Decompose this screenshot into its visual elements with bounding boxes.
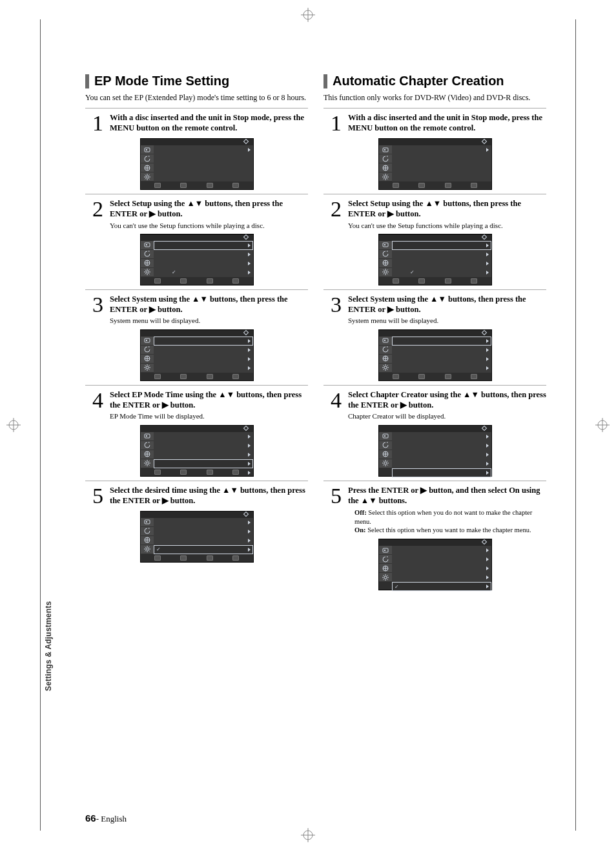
osd-disc-icon [141,518,154,527]
osd-foot-btn [180,278,187,284]
osd-footer [141,373,253,380]
osd-menu-area [154,145,253,181]
osd-icon-column [141,518,154,554]
osd-disc-icon [379,241,392,250]
osd-icon-column [379,241,392,277]
osd-foot-btn [207,183,213,188]
osd-globe-icon [379,163,392,172]
osd-disc-icon [141,337,154,346]
osd-screenshot: ✓ [378,234,492,285]
step-number: 5 [85,485,103,507]
right-column: Automatic Chapter CreationThis function … [323,74,546,594]
osd-foot-btn [154,374,161,379]
step-number: 1 [85,112,103,134]
rule [323,385,546,386]
step-note: You can't use the Setup functions while … [348,221,546,230]
osd-row [392,450,491,459]
step-number: 3 [323,294,342,316]
rule [85,385,308,386]
osd-footer [379,277,491,285]
step-note: System menu will be displayed. [110,316,308,325]
osd-row: ✓ [154,545,253,554]
step: 1With a disc inserted and the unit in St… [323,112,546,134]
osd-foot-btn [154,555,161,561]
osd-row [154,355,253,364]
osd-row [154,468,253,477]
svg-rect-41 [384,550,385,551]
osd-foot-btn [207,555,213,561]
osd-title-bar [379,539,491,546]
step: 2Select Setup using the ▲▼ buttons, then… [323,198,546,230]
osd-disc-icon [379,145,392,154]
osd-title-bar [141,234,253,241]
osd-screenshot [140,425,254,477]
osd-foot-btn [471,278,477,284]
osd-footer [379,373,491,380]
step-lead: Press the ENTER or ▶ button, and then se… [348,485,546,506]
osd-foot-btn [418,278,425,284]
svg-point-43 [384,576,387,579]
osd-row [392,564,491,573]
osd-row [154,250,253,259]
regmark-right [595,418,610,432]
osd-row [392,145,491,154]
osd-gear-icon [141,364,154,373]
osd-loop-icon [379,555,392,564]
step-options: Off: Select this option when you do not … [354,508,546,535]
svg-rect-21 [146,521,147,523]
osd-menu-area: ✓ [392,241,491,277]
osd-row [154,145,253,154]
osd-row [392,241,491,250]
osd-loop-icon [141,154,154,163]
osd-icon-column [379,145,392,181]
section-heading: Automatic Chapter Creation [323,74,546,88]
step-number: 1 [323,112,342,134]
osd-row [154,527,253,536]
osd-screenshot: ✓ [140,511,254,563]
osd-row [392,346,491,355]
osd-icon-column [141,241,154,277]
osd-row: ✓ [392,582,491,591]
section-intro: This function only works for DVD-RW (Vid… [323,92,546,103]
osd-row [392,364,491,373]
osd-row [392,468,491,477]
osd-row [392,459,491,468]
page-number: 66 [85,813,96,824]
osd-globe-icon [141,259,154,268]
step: 4Select EP Mode Time using the ▲▼ button… [85,389,308,421]
osd-loop-icon [379,346,392,355]
osd-disc-icon [141,145,154,154]
svg-point-19 [146,462,149,464]
osd-loop-icon [141,346,154,355]
osd-globe-icon [379,355,392,364]
rule [85,108,308,109]
osd-gear-icon [379,459,392,468]
svg-point-23 [146,548,149,550]
svg-rect-13 [146,340,147,341]
osd-menu-area [154,337,253,373]
osd-icon-column [141,337,154,373]
osd-title-bar [379,139,491,145]
step: 4Select Chapter Creator using the ▲▼ but… [323,389,546,421]
osd-row [392,432,491,441]
step-lead: Select EP Mode Time using the ▲▼ buttons… [110,389,308,411]
osd-foot-btn [207,278,213,284]
osd-row [154,364,253,373]
osd-row [154,259,253,268]
osd-icon-column [141,432,154,468]
osd-foot-btn [180,374,187,379]
osd-gear-icon [379,172,392,181]
step-note: You can't use the Setup functions while … [110,221,308,230]
osd-screenshot [140,329,254,381]
svg-point-31 [384,271,387,273]
rule [85,194,308,194]
svg-point-15 [146,366,149,369]
svg-point-39 [384,462,387,464]
osd-row [154,241,253,250]
step-number: 2 [85,198,103,220]
osd-disc-icon [379,546,392,555]
osd-row [392,573,491,582]
osd-footer [379,181,491,189]
osd-menu-area: ✓ [154,518,253,554]
osd-screenshot [378,138,492,190]
